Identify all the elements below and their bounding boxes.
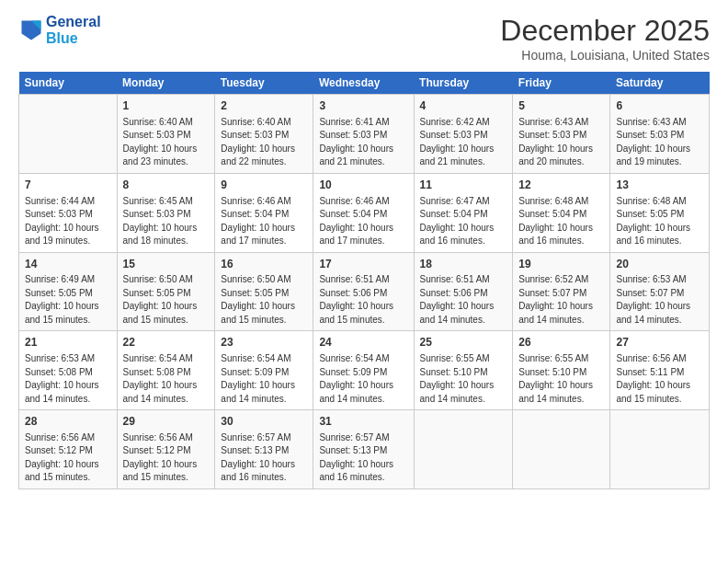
day-info: Sunrise: 6:50 AMSunset: 5:05 PMDaylight:… <box>221 273 307 327</box>
day-number: 6 <box>616 98 703 114</box>
day-info: Sunrise: 6:50 AMSunset: 5:05 PMDaylight:… <box>123 273 210 327</box>
col-thursday: Thursday <box>414 72 513 95</box>
day-cell: 30Sunrise: 6:57 AMSunset: 5:13 PMDayligh… <box>215 410 313 489</box>
day-number: 17 <box>319 257 407 272</box>
day-number: 5 <box>518 98 604 114</box>
day-info: Sunrise: 6:51 AMSunset: 5:06 PMDaylight:… <box>319 273 407 327</box>
day-info: Sunrise: 6:43 AMSunset: 5:03 PMDaylight:… <box>616 116 703 169</box>
day-info: Sunrise: 6:57 AMSunset: 5:13 PMDaylight:… <box>319 431 407 485</box>
day-number: 26 <box>518 335 604 350</box>
day-info: Sunrise: 6:49 AMSunset: 5:05 PMDaylight:… <box>25 273 111 327</box>
col-saturday: Saturday <box>610 72 710 95</box>
day-number: 19 <box>518 257 604 272</box>
col-monday: Monday <box>117 72 215 95</box>
day-info: Sunrise: 6:55 AMSunset: 5:10 PMDaylight:… <box>518 352 604 406</box>
day-cell <box>19 95 118 174</box>
day-cell: 9Sunrise: 6:46 AMSunset: 5:04 PMDaylight… <box>215 173 313 252</box>
day-cell: 26Sunrise: 6:55 AMSunset: 5:10 PMDayligh… <box>513 331 610 410</box>
day-info: Sunrise: 6:45 AMSunset: 5:03 PMDaylight:… <box>123 195 210 248</box>
day-cell <box>513 410 610 489</box>
day-number: 9 <box>221 178 307 193</box>
day-cell: 27Sunrise: 6:56 AMSunset: 5:11 PMDayligh… <box>610 331 710 410</box>
day-cell: 8Sunrise: 6:45 AMSunset: 5:03 PMDaylight… <box>117 173 215 252</box>
day-cell: 4Sunrise: 6:42 AMSunset: 5:03 PMDaylight… <box>414 95 513 174</box>
day-info: Sunrise: 6:44 AMSunset: 5:03 PMDaylight:… <box>25 195 111 248</box>
day-cell: 15Sunrise: 6:50 AMSunset: 5:05 PMDayligh… <box>117 252 215 331</box>
day-cell: 29Sunrise: 6:56 AMSunset: 5:12 PMDayligh… <box>117 410 215 489</box>
day-number: 13 <box>616 178 703 193</box>
header-row: Sunday Monday Tuesday Wednesday Thursday… <box>19 72 710 95</box>
week-row-3: 21Sunrise: 6:53 AMSunset: 5:08 PMDayligh… <box>19 331 710 410</box>
day-number: 16 <box>221 257 307 272</box>
day-number: 30 <box>221 414 307 430</box>
day-number: 10 <box>319 178 407 193</box>
day-cell: 7Sunrise: 6:44 AMSunset: 5:03 PMDaylight… <box>19 173 118 252</box>
day-number: 21 <box>25 335 111 350</box>
day-info: Sunrise: 6:54 AMSunset: 5:08 PMDaylight:… <box>123 352 210 406</box>
day-cell <box>610 410 710 489</box>
day-cell: 2Sunrise: 6:40 AMSunset: 5:03 PMDaylight… <box>215 95 313 174</box>
day-number: 25 <box>420 335 507 350</box>
col-tuesday: Tuesday <box>215 72 313 95</box>
week-row-2: 14Sunrise: 6:49 AMSunset: 5:05 PMDayligh… <box>19 252 710 331</box>
title-block: December 2025 Houma, Louisiana, United S… <box>500 14 710 63</box>
day-number: 28 <box>25 414 111 430</box>
day-info: Sunrise: 6:56 AMSunset: 5:12 PMDaylight:… <box>123 431 210 485</box>
day-cell: 3Sunrise: 6:41 AMSunset: 5:03 PMDaylight… <box>313 95 414 174</box>
day-cell: 21Sunrise: 6:53 AMSunset: 5:08 PMDayligh… <box>19 331 118 410</box>
day-number: 4 <box>420 98 507 114</box>
day-info: Sunrise: 6:52 AMSunset: 5:07 PMDaylight:… <box>518 273 604 327</box>
day-cell: 10Sunrise: 6:46 AMSunset: 5:04 PMDayligh… <box>313 173 414 252</box>
day-number: 24 <box>319 335 407 350</box>
day-cell: 11Sunrise: 6:47 AMSunset: 5:04 PMDayligh… <box>414 173 513 252</box>
day-info: Sunrise: 6:41 AMSunset: 5:03 PMDaylight:… <box>319 116 407 169</box>
logo: General Blue <box>18 14 101 46</box>
day-cell: 25Sunrise: 6:55 AMSunset: 5:10 PMDayligh… <box>414 331 513 410</box>
day-cell: 6Sunrise: 6:43 AMSunset: 5:03 PMDaylight… <box>610 95 710 174</box>
day-number: 18 <box>420 257 507 272</box>
day-info: Sunrise: 6:56 AMSunset: 5:12 PMDaylight:… <box>25 431 111 485</box>
day-number: 27 <box>616 335 703 350</box>
day-number: 31 <box>319 414 407 430</box>
day-cell: 23Sunrise: 6:54 AMSunset: 5:09 PMDayligh… <box>215 331 313 410</box>
day-cell: 13Sunrise: 6:48 AMSunset: 5:05 PMDayligh… <box>610 173 710 252</box>
day-info: Sunrise: 6:40 AMSunset: 5:03 PMDaylight:… <box>221 116 307 169</box>
month-title: December 2025 <box>500 14 710 48</box>
col-friday: Friday <box>513 72 610 95</box>
day-info: Sunrise: 6:40 AMSunset: 5:03 PMDaylight:… <box>123 116 210 169</box>
day-number: 11 <box>420 178 507 193</box>
week-row-1: 7Sunrise: 6:44 AMSunset: 5:03 PMDaylight… <box>19 173 710 252</box>
day-number: 15 <box>123 257 210 272</box>
day-info: Sunrise: 6:51 AMSunset: 5:06 PMDaylight:… <box>420 273 507 327</box>
day-info: Sunrise: 6:54 AMSunset: 5:09 PMDaylight:… <box>221 352 307 406</box>
logo-text: General Blue <box>46 14 101 46</box>
day-info: Sunrise: 6:47 AMSunset: 5:04 PMDaylight:… <box>420 195 507 248</box>
day-number: 23 <box>221 335 307 350</box>
day-number: 2 <box>221 98 307 114</box>
day-cell: 18Sunrise: 6:51 AMSunset: 5:06 PMDayligh… <box>414 252 513 331</box>
day-cell: 20Sunrise: 6:53 AMSunset: 5:07 PMDayligh… <box>610 252 710 331</box>
day-info: Sunrise: 6:46 AMSunset: 5:04 PMDaylight:… <box>319 195 407 248</box>
day-cell: 22Sunrise: 6:54 AMSunset: 5:08 PMDayligh… <box>117 331 215 410</box>
day-cell: 24Sunrise: 6:54 AMSunset: 5:09 PMDayligh… <box>313 331 414 410</box>
day-info: Sunrise: 6:43 AMSunset: 5:03 PMDaylight:… <box>518 116 604 169</box>
day-cell: 28Sunrise: 6:56 AMSunset: 5:12 PMDayligh… <box>19 410 118 489</box>
day-info: Sunrise: 6:48 AMSunset: 5:04 PMDaylight:… <box>518 195 604 248</box>
day-number: 14 <box>25 257 111 272</box>
day-info: Sunrise: 6:53 AMSunset: 5:07 PMDaylight:… <box>616 273 703 327</box>
day-cell: 16Sunrise: 6:50 AMSunset: 5:05 PMDayligh… <box>215 252 313 331</box>
day-cell: 5Sunrise: 6:43 AMSunset: 5:03 PMDaylight… <box>513 95 610 174</box>
day-info: Sunrise: 6:42 AMSunset: 5:03 PMDaylight:… <box>420 116 507 169</box>
day-info: Sunrise: 6:54 AMSunset: 5:09 PMDaylight:… <box>319 352 407 406</box>
day-info: Sunrise: 6:56 AMSunset: 5:11 PMDaylight:… <box>616 352 703 406</box>
day-info: Sunrise: 6:57 AMSunset: 5:13 PMDaylight:… <box>221 431 307 485</box>
day-cell: 14Sunrise: 6:49 AMSunset: 5:05 PMDayligh… <box>19 252 118 331</box>
day-number: 20 <box>616 257 703 272</box>
col-wednesday: Wednesday <box>313 72 414 95</box>
day-cell <box>414 410 513 489</box>
week-row-4: 28Sunrise: 6:56 AMSunset: 5:12 PMDayligh… <box>19 410 710 489</box>
day-cell: 31Sunrise: 6:57 AMSunset: 5:13 PMDayligh… <box>313 410 414 489</box>
day-info: Sunrise: 6:46 AMSunset: 5:04 PMDaylight:… <box>221 195 307 248</box>
day-number: 12 <box>518 178 604 193</box>
logo-icon <box>18 17 44 43</box>
